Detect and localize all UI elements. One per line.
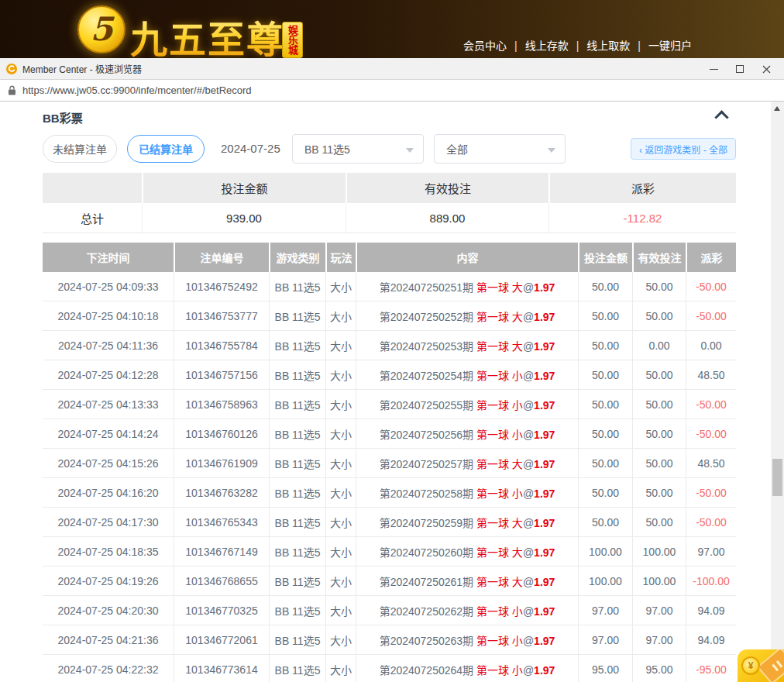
cell-bet-time: 2024-07-25 04:20:30 (43, 596, 174, 625)
content-period: 第202407250259期 (380, 517, 476, 529)
back-to-game-category-button[interactable]: ‹ 返回游戏类别 - 全部 (631, 138, 736, 160)
cell-valid-bet: 50.00 (632, 272, 686, 301)
summary-row: 总计 939.00 889.00 -112.82 (43, 203, 736, 233)
content-period: 第202407250256期 (380, 429, 476, 441)
cell-bet-id: 101346761909 (174, 449, 269, 478)
vertical-scrollbar[interactable] (771, 102, 784, 682)
header-bet-amount: 投注金额 (578, 243, 632, 272)
cell-valid-bet: 97.00 (632, 596, 686, 625)
cell-payout: 0.00 (686, 331, 736, 360)
bet-record-panel: BB彩票 未结算注单 已结算注单 2024-07-25 BB 11选5 全部 ‹… (43, 102, 736, 682)
cell-bet-id: 101346755784 (174, 331, 269, 360)
cell-valid-bet: 100.00 (632, 567, 686, 596)
header-payout: 派彩 (686, 243, 736, 272)
cell-bet-time: 2024-07-25 04:09:33 (43, 272, 174, 301)
content-pick: 第一球 大 (476, 281, 523, 294)
content-odds: 1.97 (534, 517, 555, 529)
content-pick: 第一球 大 (476, 546, 523, 559)
game-select[interactable]: BB 11选5 (292, 134, 424, 164)
cell-valid-bet: 100.00 (632, 537, 686, 567)
url-text[interactable]: https://www.jw05.cc:9900/infe/mcenter/#/… (22, 84, 252, 96)
nav-member-center[interactable]: 会员中心 (463, 40, 507, 52)
cell-valid-bet: 50.00 (632, 478, 686, 508)
cell-game-category: BB 11选5 (269, 331, 325, 360)
cell-payout: -50.00 (686, 419, 736, 449)
content-pick: 第一球 小 (476, 605, 523, 618)
cell-valid-bet: 50.00 (632, 508, 686, 537)
nav-separator: | (514, 40, 518, 52)
cell-payout: 94.09 (686, 625, 736, 655)
cell-content: 第202407250255期 第一球 小@1.97 (356, 390, 578, 419)
cell-bet-time: 2024-07-25 04:18:35 (43, 537, 174, 567)
cell-bet-id: 101346773614 (174, 655, 269, 682)
content-period: 第202407250254期 (380, 370, 476, 382)
url-bar[interactable]: https://www.jw05.cc:9900/infe/mcenter/#/… (0, 80, 784, 102)
scroll-up-arrow-icon[interactable] (774, 106, 780, 111)
cell-bet-time: 2024-07-25 04:21:36 (43, 625, 174, 655)
table-row: 2024-07-25 04:10:18 101346753777 BB 11选5… (43, 301, 736, 331)
cell-valid-bet: 97.00 (632, 625, 686, 655)
settled-bets-button[interactable]: 已结算注单 (127, 135, 205, 163)
content-pick: 第一球 大 (476, 517, 523, 529)
collapse-chevron-icon[interactable] (714, 110, 728, 124)
content-at-separator: @ (523, 605, 534, 618)
cell-content: 第202407250260期 第一球 大@1.97 (356, 537, 578, 567)
site-banner: 5 九五至尊 娱乐城 会员中心|线上存款|线上取款|一键归户 (0, 0, 784, 58)
minimize-icon (710, 69, 718, 70)
cell-content: 第202407250258期 第一球 小@1.97 (356, 478, 578, 508)
scrollbar-thumb[interactable] (772, 459, 782, 496)
cell-bet-id: 101346770325 (174, 596, 269, 625)
cell-payout: -50.00 (686, 508, 736, 537)
content-period: 第202407250264期 (380, 664, 476, 677)
cell-valid-bet: 50.00 (632, 390, 686, 419)
content-pick: 第一球 小 (476, 399, 523, 412)
content-pick: 第一球 小 (476, 664, 523, 677)
header-game-category: 游戏类别 (269, 243, 325, 272)
cell-game-category: BB 11选5 (269, 301, 325, 331)
cell-play-type: 大小 (325, 655, 356, 682)
cell-bet-time: 2024-07-25 04:14:24 (43, 419, 174, 449)
cell-bet-id: 101346767149 (174, 537, 269, 567)
close-button[interactable] (753, 58, 779, 80)
nav-online-withdraw[interactable]: 线上取款 (586, 40, 630, 52)
nav-one-key-transfer[interactable]: 一键归户 (648, 40, 692, 52)
content-pick: 第一球 大 (476, 311, 523, 323)
content-pick: 第一球 大 (476, 340, 523, 353)
table-row: 2024-07-25 04:20:30 101346770325 BB 11选5… (43, 596, 736, 625)
cell-bet-time: 2024-07-25 04:16:20 (43, 478, 174, 508)
cell-payout: 97.00 (686, 537, 736, 567)
content-pick: 第一球 小 (476, 635, 523, 647)
cell-game-category: BB 11选5 (269, 419, 325, 449)
cell-valid-bet: 50.00 (632, 301, 686, 331)
content-odds: 1.97 (534, 281, 555, 294)
cell-bet-id: 101346760126 (174, 419, 269, 449)
cell-content: 第202407250261期 第一球 大@1.97 (356, 567, 578, 596)
summary-total-label: 总计 (43, 203, 142, 233)
content-at-separator: @ (523, 281, 534, 294)
unsettled-bets-button[interactable]: 未结算注单 (43, 135, 117, 163)
content-period: 第202407250263期 (380, 635, 476, 647)
cell-game-category: BB 11选5 (269, 655, 325, 682)
cell-game-category: BB 11选5 (269, 508, 325, 537)
scope-select[interactable]: 全部 (434, 134, 566, 164)
cell-bet-id: 101346758963 (174, 390, 269, 419)
window-titlebar: Member Center - 极速浏览器 (0, 58, 784, 80)
bets-header-row: 下注时间 注单编号 游戏类别 玩法 内容 投注金额 有效投注 派彩 (43, 243, 736, 272)
cell-play-type: 大小 (325, 419, 356, 449)
content-at-separator: @ (523, 635, 534, 647)
cell-game-category: BB 11选5 (269, 478, 325, 508)
table-row: 2024-07-25 04:19:26 101346768655 BB 11选5… (43, 567, 736, 596)
money-promo-widget[interactable]: ¥ (738, 649, 784, 682)
close-icon (762, 65, 771, 74)
maximize-button[interactable] (727, 58, 753, 80)
cell-valid-bet: 50.00 (632, 419, 686, 449)
minimize-button[interactable] (700, 58, 727, 80)
content-period: 第202407250261期 (380, 576, 476, 588)
cell-valid-bet: 50.00 (632, 360, 686, 390)
content-pick: 第一球 小 (476, 487, 523, 500)
cell-bet-time: 2024-07-25 04:15:26 (43, 449, 174, 478)
cell-content: 第202407250263期 第一球 小@1.97 (356, 625, 578, 655)
content-period: 第202407250255期 (380, 399, 476, 412)
nav-online-deposit[interactable]: 线上存款 (525, 40, 569, 52)
table-row: 2024-07-25 04:12:28 101346757156 BB 11选5… (43, 360, 736, 390)
